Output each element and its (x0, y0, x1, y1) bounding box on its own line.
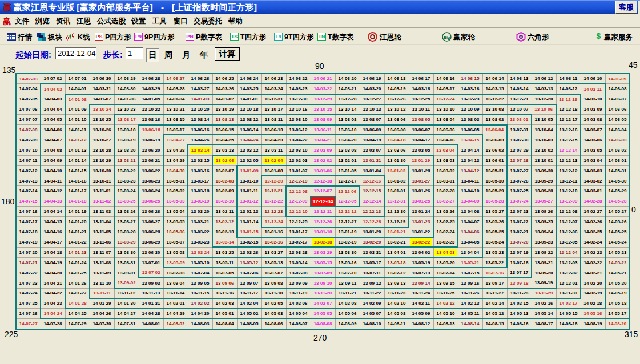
svg-text:Big: Big (444, 35, 450, 40)
